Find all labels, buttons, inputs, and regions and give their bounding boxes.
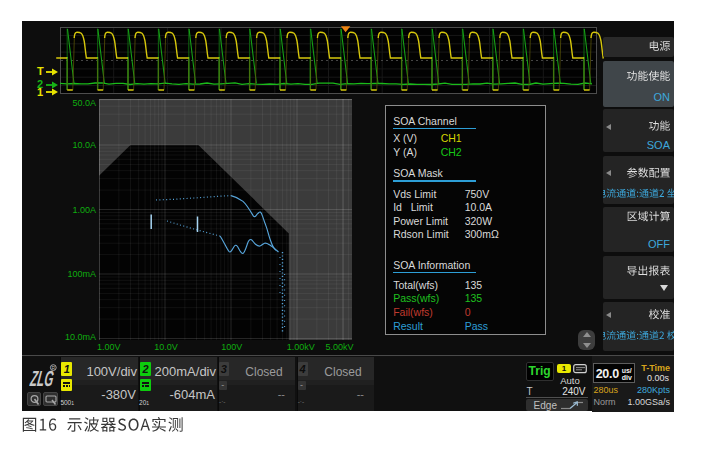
svg-text:R: R xyxy=(51,365,55,371)
